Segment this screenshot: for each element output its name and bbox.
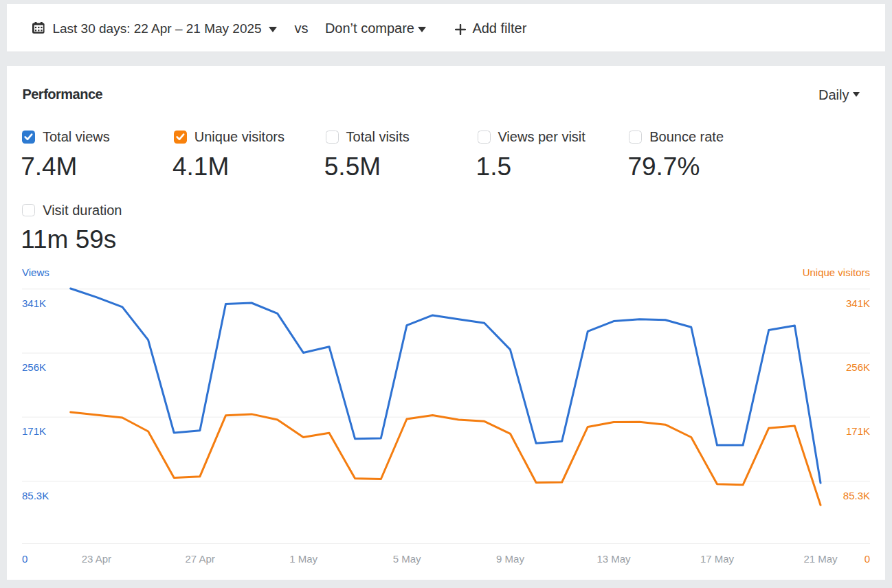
svg-text:256K: 256K (846, 361, 870, 373)
svg-text:0: 0 (22, 553, 27, 565)
svg-text:9 May: 9 May (496, 553, 524, 565)
svg-text:256K: 256K (22, 361, 46, 373)
svg-text:Unique visitors: Unique visitors (803, 267, 870, 278)
svg-text:21 May: 21 May (803, 553, 838, 565)
svg-text:Views: Views (22, 267, 49, 278)
svg-text:27 Apr: 27 Apr (185, 553, 214, 565)
svg-text:5 May: 5 May (393, 553, 421, 565)
svg-text:23 Apr: 23 Apr (82, 553, 111, 565)
svg-text:341K: 341K (22, 297, 46, 309)
svg-text:171K: 171K (846, 425, 870, 437)
svg-text:0: 0 (865, 553, 870, 565)
svg-text:17 May: 17 May (700, 553, 735, 565)
svg-text:85.3K: 85.3K (22, 490, 49, 501)
svg-text:341K: 341K (846, 297, 870, 309)
svg-text:171K: 171K (22, 425, 46, 437)
svg-text:1 May: 1 May (289, 553, 317, 565)
svg-text:13 May: 13 May (596, 553, 631, 565)
svg-text:85.3K: 85.3K (843, 490, 870, 501)
